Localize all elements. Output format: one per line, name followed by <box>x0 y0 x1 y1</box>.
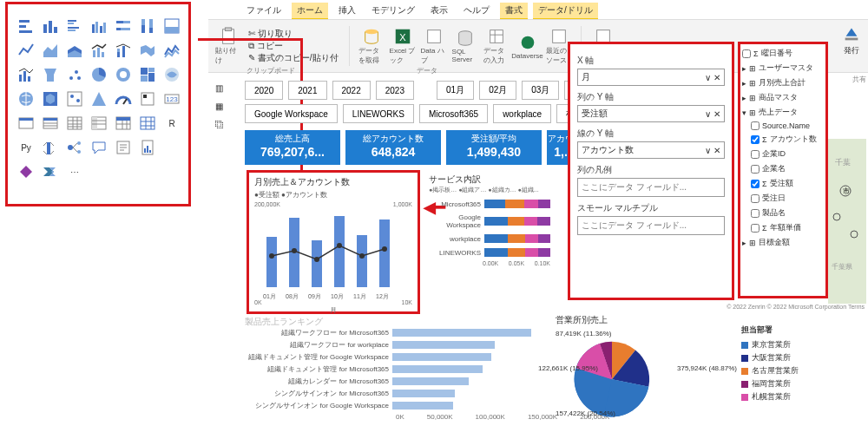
model-view-icon[interactable]: ⿻ <box>215 120 224 129</box>
month-03[interactable]: 03月 <box>522 81 559 100</box>
stacked100-column-icon[interactable] <box>138 16 157 36</box>
chk-weekday[interactable] <box>742 49 751 58</box>
data-view-icon[interactable]: ▦ <box>215 102 224 111</box>
r-visual-icon[interactable] <box>114 114 133 133</box>
year-2023[interactable]: 2023 <box>376 81 414 100</box>
legend-drop[interactable]: ここにデータ フィールド... <box>577 178 725 197</box>
matrix-icon[interactable] <box>41 114 60 133</box>
waterfall-icon[interactable] <box>162 41 181 60</box>
stacked100-bar-icon[interactable] <box>114 16 133 36</box>
month-01[interactable]: 01月 <box>437 81 474 100</box>
qa-icon[interactable] <box>89 138 108 157</box>
tab-insert[interactable]: 挿入 <box>333 3 361 20</box>
azure-map-icon[interactable] <box>41 89 60 108</box>
multi-card-icon[interactable] <box>114 89 133 108</box>
narrative-icon[interactable] <box>114 138 133 157</box>
year-2020[interactable]: 2020 <box>245 81 283 100</box>
matrix2-icon[interactable] <box>89 114 108 133</box>
treemap-icon[interactable] <box>114 65 133 84</box>
combo-stacked-icon[interactable] <box>114 41 133 60</box>
copy-button[interactable]: ⧉ コピー <box>248 40 339 52</box>
year-2022[interactable]: 2022 <box>332 81 371 100</box>
py-visual-icon[interactable] <box>138 114 157 133</box>
map-icon[interactable] <box>138 65 157 84</box>
clustered-bar-icon[interactable] <box>65 16 84 36</box>
python-icon[interactable]: Py <box>16 138 36 157</box>
card-icon[interactable] <box>89 89 108 108</box>
area-chart-icon[interactable] <box>41 41 60 60</box>
report-view-icon[interactable]: ▥ <box>215 83 224 93</box>
donut-icon[interactable] <box>89 65 108 84</box>
clustered-column-icon[interactable] <box>89 16 108 36</box>
dataverse-button[interactable]: Dataverse <box>515 27 541 65</box>
pie-icon[interactable] <box>65 65 84 84</box>
paginated-icon[interactable] <box>138 138 157 157</box>
office-pie-tile[interactable]: 営業所別売上 87,419K (11.36%) 122,661K (15.95%… <box>556 314 738 427</box>
sql-button[interactable]: SQL Server <box>452 27 478 65</box>
service-breakdown-tile[interactable]: サービス内訳 ●掲示板… ●組織ア… ●組織カ… ●組織... Microsof… <box>429 174 550 266</box>
chk-order[interactable] <box>751 180 760 188</box>
decomposition-icon[interactable] <box>65 138 84 157</box>
chk-unitprice[interactable] <box>751 224 760 233</box>
line-column-icon[interactable] <box>162 16 181 36</box>
kpi-icon[interactable] <box>138 89 157 108</box>
r-script-icon[interactable]: R <box>162 114 181 133</box>
small-multiples-drop[interactable]: ここにデータ フィールド... <box>577 216 725 235</box>
get-data-button[interactable]: データを取得 <box>358 27 385 65</box>
chk-accounts[interactable] <box>751 135 760 144</box>
gauge-icon[interactable] <box>65 89 84 108</box>
tab-file[interactable]: ファイル <box>241 3 286 20</box>
tbl-user-master[interactable]: ⊞ユーザーマスタ <box>742 62 824 74</box>
month-02[interactable]: 02月 <box>479 81 516 100</box>
excel-button[interactable]: XExcel ブック <box>390 27 416 65</box>
paste-button[interactable]: 貼り付け <box>215 27 241 65</box>
chk-prodname[interactable] <box>751 209 760 218</box>
funnel-icon[interactable] <box>16 65 36 84</box>
kpi-avg-order[interactable]: 受注額/平均1,499,430 <box>446 130 542 165</box>
tbl-product-master[interactable]: ⊞商品マスタ <box>742 92 824 103</box>
svc-m365[interactable]: Microsoft365 <box>419 104 488 123</box>
tab-drill[interactable]: データ/ドリル <box>533 3 598 20</box>
slicer-icon[interactable]: 123 <box>162 89 181 108</box>
tab-modeling[interactable]: モデリング <box>366 3 420 20</box>
svc-google[interactable]: Google Workspace <box>245 104 338 123</box>
key-influencers-icon[interactable] <box>41 138 60 157</box>
power-automate-icon[interactable] <box>41 162 60 181</box>
stacked-column-icon[interactable] <box>41 16 60 36</box>
tab-help[interactable]: ヘルプ <box>458 3 495 20</box>
ribbon-chart-icon[interactable] <box>138 41 157 60</box>
svc-lineworks[interactable]: LINEWORKS <box>343 104 414 123</box>
tbl-sales-data[interactable]: ⊞売上データ <box>742 107 824 118</box>
tab-home[interactable]: ホーム <box>292 3 328 20</box>
more-visuals-icon[interactable]: ⋯ <box>65 162 84 181</box>
ycol-field[interactable]: 受注額∨ ✕ <box>577 105 725 122</box>
yline-field[interactable]: アカウント数∨ ✕ <box>577 141 725 159</box>
kpi-total-accounts[interactable]: 総アカウント数648,824 <box>345 130 441 165</box>
table2-icon[interactable] <box>65 114 84 133</box>
format-painter-button[interactable]: ✎ 書式のコピー/貼り付 <box>248 52 339 64</box>
product-ranking-tile[interactable]: 組織ワークフロー for Microsoft365 組織ワークフロー for w… <box>245 328 549 421</box>
chk-compid[interactable] <box>751 150 760 159</box>
tbl-target[interactable]: ⊞目標金額 <box>742 237 824 248</box>
line-chart-icon[interactable] <box>16 41 36 60</box>
table-icon[interactable] <box>16 114 36 133</box>
datahub-button[interactable]: Data ハブ <box>421 27 447 65</box>
tbl-monthly-sum[interactable]: ⊞月別売上合計 <box>742 77 824 88</box>
enter-data-button[interactable]: データの入力 <box>483 27 510 65</box>
stacked-bar-icon[interactable] <box>16 16 36 36</box>
map-visual[interactable]: 千葉市千葉県 <box>828 139 866 304</box>
filled-map-icon[interactable] <box>162 65 181 84</box>
tab-format[interactable]: 書式 <box>500 3 528 20</box>
chk-orderdate[interactable] <box>751 194 760 203</box>
stacked-area-icon[interactable] <box>65 41 84 60</box>
combo-chart-tile[interactable]: 月別売上＆アカウント数 ●受注額 ●アカウント数 200,000K1,000K … <box>247 170 420 314</box>
combo-chart-icon[interactable] <box>89 41 108 60</box>
chk-source[interactable] <box>751 121 760 130</box>
svc-workplace[interactable]: workplace <box>493 104 551 123</box>
chk-compname[interactable] <box>751 165 760 174</box>
kpi-total-sales[interactable]: 総売上高769,207,6... <box>245 130 340 165</box>
shape-map-icon[interactable] <box>16 89 36 108</box>
tab-view[interactable]: 表示 <box>425 3 453 20</box>
power-apps-icon[interactable] <box>16 162 36 181</box>
scatter-icon[interactable] <box>41 65 60 84</box>
